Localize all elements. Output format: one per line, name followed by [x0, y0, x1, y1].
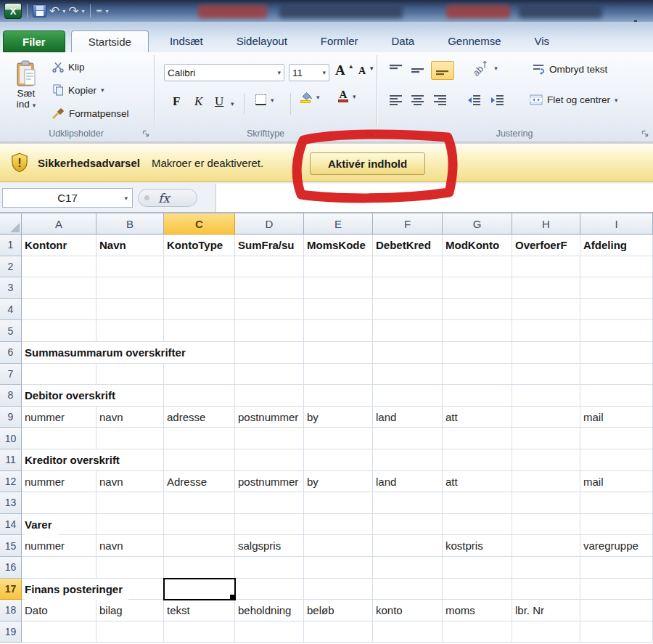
cell-G8[interactable]: [443, 385, 512, 407]
cell-E10[interactable]: [304, 428, 373, 449]
cell-F17[interactable]: [373, 579, 443, 600]
cell-D1[interactable]: SumFra/su: [235, 235, 304, 256]
cell-B9[interactable]: navn: [96, 407, 164, 428]
cell-F8[interactable]: [373, 385, 443, 407]
cell-G15[interactable]: kostpris: [443, 535, 512, 557]
cell-A15[interactable]: nummer: [22, 535, 96, 557]
cell-C2[interactable]: [164, 256, 235, 278]
cell-H2[interactable]: [512, 256, 580, 278]
row-header-10[interactable]: 10: [0, 428, 22, 449]
column-header-H[interactable]: H: [512, 213, 580, 235]
cell-F13[interactable]: [373, 492, 443, 514]
cell-H9[interactable]: [512, 407, 580, 428]
cell-F15[interactable]: [373, 535, 443, 557]
cell-A10[interactable]: [22, 428, 96, 449]
increase-indent-button[interactable]: [490, 94, 504, 106]
cell-B16[interactable]: [96, 557, 164, 579]
cell-G16[interactable]: [443, 557, 512, 579]
cell-I15[interactable]: varegruppe: [580, 535, 653, 557]
align-top-button[interactable]: [389, 64, 403, 76]
fill-color-button[interactable]: ▾: [300, 91, 320, 103]
cell-E12[interactable]: by: [304, 471, 373, 493]
align-bottom-button[interactable]: [431, 61, 454, 80]
cell-G5[interactable]: [443, 320, 512, 342]
cell-F2[interactable]: [373, 256, 443, 278]
font-name-combo[interactable]: Calibri ▾: [164, 64, 284, 81]
row-header-8[interactable]: 8: [0, 385, 22, 407]
cell-G7[interactable]: [443, 364, 512, 386]
cell-A8[interactable]: Debitor overskrift: [22, 385, 96, 407]
cell-A17[interactable]: Finans posteringer: [22, 579, 96, 600]
cell-I13[interactable]: [580, 492, 653, 514]
cell-D13[interactable]: [235, 492, 304, 514]
qat-menu-icon[interactable]: ≖: [96, 7, 103, 15]
cell-D7[interactable]: [235, 364, 304, 386]
tab-sidelayout[interactable]: Sidelayout: [220, 30, 304, 52]
cell-F7[interactable]: [373, 364, 443, 386]
cell-B5[interactable]: [96, 320, 164, 342]
align-left-button[interactable]: [389, 94, 403, 106]
cell-D18[interactable]: beholdning: [235, 600, 304, 621]
cell-F10[interactable]: [373, 428, 443, 449]
redo-dropdown-icon[interactable]: ▾: [82, 8, 85, 15]
wrap-text-button[interactable]: Ombryd tekst: [533, 64, 607, 75]
cell-F16[interactable]: [373, 557, 443, 579]
tab-startside[interactable]: Startside: [71, 30, 149, 52]
cell-F4[interactable]: [373, 299, 443, 321]
cell-I19[interactable]: [580, 621, 653, 643]
cell-A12[interactable]: nummer: [22, 471, 96, 493]
cell-H16[interactable]: [512, 557, 580, 579]
cell-E11[interactable]: [304, 449, 373, 471]
cell-H4[interactable]: [512, 299, 580, 321]
row-header-17[interactable]: 17: [0, 579, 22, 600]
cell-G12[interactable]: att: [443, 471, 512, 493]
cell-F9[interactable]: land: [373, 407, 443, 428]
cell-A1[interactable]: Kontonr: [22, 235, 96, 256]
cell-E4[interactable]: [304, 299, 373, 321]
cell-E5[interactable]: [304, 320, 373, 342]
cell-I17[interactable]: [580, 579, 653, 600]
cell-C16[interactable]: [164, 557, 235, 579]
cell-E3[interactable]: [304, 277, 373, 299]
cell-I3[interactable]: [580, 277, 653, 299]
cell-G4[interactable]: [443, 299, 512, 321]
cell-B19[interactable]: [96, 621, 164, 643]
font-color-button[interactable]: A ▾: [338, 90, 356, 102]
cell-B14[interactable]: [96, 514, 164, 536]
undo-icon[interactable]: ↶: [49, 5, 59, 17]
excel-app-icon[interactable]: X: [4, 3, 22, 19]
row-header-15[interactable]: 15: [0, 535, 22, 557]
enable-content-button[interactable]: Aktivér indhold: [310, 152, 425, 175]
cell-A3[interactable]: [22, 277, 96, 299]
qat-menu-dropdown-icon[interactable]: ▾: [106, 8, 109, 15]
cell-H3[interactable]: [512, 277, 580, 299]
row-header-3[interactable]: 3: [0, 277, 22, 299]
row-header-2[interactable]: 2: [0, 256, 22, 278]
cell-G13[interactable]: [443, 492, 512, 514]
paste-button[interactable]: Sæt ind ▾: [7, 57, 45, 125]
bold-button[interactable]: F: [173, 94, 180, 109]
row-header-11[interactable]: 11: [0, 449, 22, 471]
decrease-indent-button[interactable]: [467, 94, 481, 106]
save-icon[interactable]: [33, 4, 46, 17]
column-header-B[interactable]: B: [96, 213, 164, 235]
font-size-combo[interactable]: 11 ▾: [289, 64, 329, 81]
cell-H18[interactable]: lbr. Nr: [512, 600, 580, 621]
column-header-I[interactable]: I: [580, 213, 653, 235]
row-header-12[interactable]: 12: [0, 471, 22, 493]
cell-C1[interactable]: KontoType: [164, 235, 235, 256]
cell-A5[interactable]: [22, 320, 96, 342]
cell-A13[interactable]: [22, 492, 96, 514]
cell-D4[interactable]: [235, 299, 304, 321]
cell-F12[interactable]: land: [373, 471, 443, 493]
row-header-9[interactable]: 9: [0, 407, 22, 428]
cell-I6[interactable]: [580, 342, 653, 364]
cell-A11[interactable]: Kreditor overskrift: [22, 449, 96, 471]
cell-B12[interactable]: navn: [96, 471, 164, 493]
orientation-button[interactable]: ab↗ ▾: [472, 62, 498, 73]
row-header-5[interactable]: 5: [0, 320, 22, 342]
cell-E17[interactable]: [304, 579, 373, 600]
cell-C12[interactable]: Adresse: [164, 471, 235, 493]
cell-H14[interactable]: [512, 514, 580, 536]
cell-B10[interactable]: [96, 428, 164, 449]
